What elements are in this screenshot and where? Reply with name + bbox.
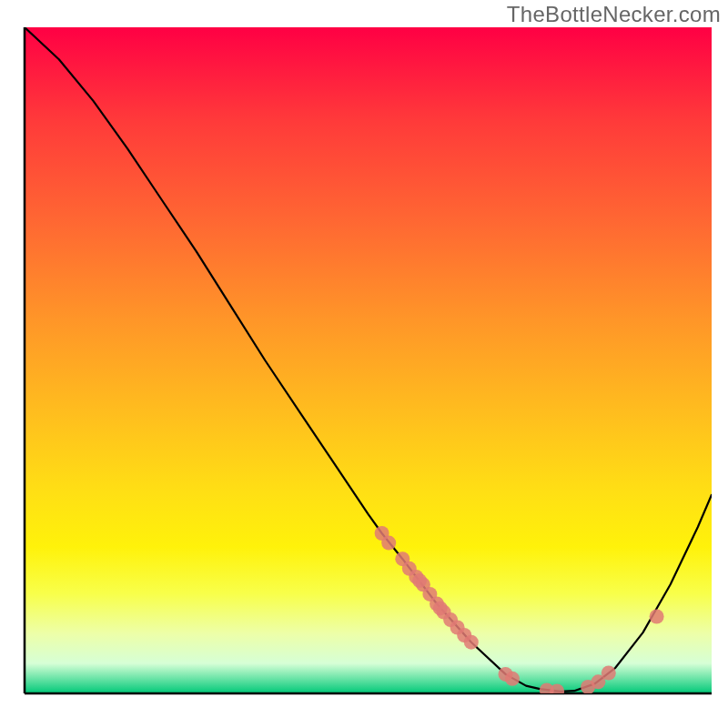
data-point [602, 666, 616, 681]
data-point [505, 672, 520, 686]
watermark-text: TheBottleNecker.com [507, 2, 721, 27]
data-point [381, 536, 396, 551]
data-point [650, 610, 664, 624]
plot-background [25, 27, 712, 693]
data-point [464, 635, 479, 650]
bottleneck-curve-chart [0, 0, 728, 728]
chart-container: TheBottleNecker.com [0, 0, 728, 728]
data-point [550, 684, 564, 699]
